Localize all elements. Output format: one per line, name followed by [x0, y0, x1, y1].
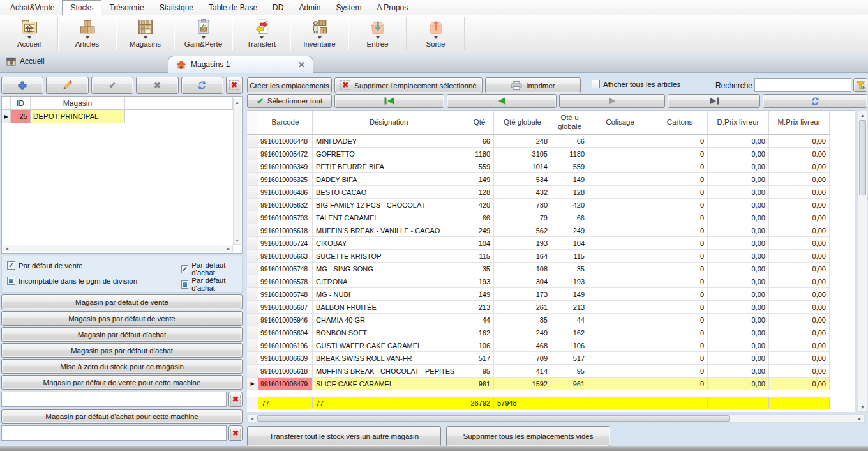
show-all-articles-checkbox[interactable]: Afficher tous les articles [592, 80, 680, 88]
table-row[interactable]: 9916010005663SUCETTE KRISTOP11516411500,… [247, 250, 855, 263]
scroll-down-icon[interactable]: ▼ [858, 402, 867, 411]
table-row[interactable]: 9916010005748MG - NUBI14917314900,000,00 [247, 288, 855, 301]
table-horizontal-scrollbar[interactable]: ◄ ► [247, 414, 865, 423]
toolbar-item-transfert[interactable]: Transfert [232, 15, 290, 52]
cancel-button[interactable]: ✖ [136, 77, 178, 94]
table-row[interactable]: 9916010005748MG - SING SONG351083500,000… [247, 263, 855, 275]
scroll-up-icon[interactable]: ▲ [858, 111, 867, 119]
checkbox-par-d-faut-d-achat-1[interactable]: ✓Par défaut d'achat [181, 261, 242, 277]
delete-emplacement-button[interactable]: ✖Supprimer l'emplacement sélectionné [334, 77, 483, 93]
menu-item-achat-vente[interactable]: Achat&Vente [3, 0, 62, 15]
nav-next-button[interactable] [559, 94, 665, 108]
table-row[interactable]: 9916010005694BONBON SOFT16224916200,000,… [247, 326, 855, 339]
button-magasin-par-d-faut-de-vente[interactable]: Magasin par défaut de vente [1, 294, 243, 309]
scroll-right-icon[interactable]: ► [225, 245, 232, 252]
grid-horizontal-scrollbar[interactable]: ◄ ► [3, 245, 233, 252]
menu-item-tr-sorerie[interactable]: Trésorerie [101, 0, 151, 15]
transfer-stock-button[interactable]: Transférer tout le stock vers un autre m… [247, 426, 441, 447]
grid-id-header[interactable]: ID [11, 97, 31, 110]
table-row[interactable]: 9916010005618MUFFIN'S BREAK - CHOCOLAT -… [247, 365, 855, 378]
table-row[interactable]: 9916010005946CHAMIA 40 GR44854400,000,00 [247, 314, 855, 326]
menu-item-table-de-base[interactable]: Table de Base [201, 0, 265, 15]
table-row[interactable]: 9916010006639BREAK SWISS ROLL VAN-FR5177… [247, 352, 855, 365]
vente-machine-input[interactable] [1, 392, 227, 407]
table-header-cartons[interactable]: Cartons [652, 111, 708, 135]
button-magasin-pas-par-d-faut-de-vente[interactable]: Magasin pas par défaut de vente [1, 311, 243, 326]
table-row[interactable]: 9916010005687BALBON FRUITÉE21326121300,0… [247, 301, 855, 314]
table-header-d-prix-livreur[interactable]: D.Prix livreur [708, 111, 769, 135]
tab-magasins[interactable]: Magasins 1 ✕ [168, 56, 313, 73]
create-emplacements-button[interactable]: Créer les emplacements [247, 77, 332, 93]
table-row[interactable]: 9916010005618MUFFIN'S BREAK - VANILLE - … [247, 224, 855, 237]
toolbar-item-inventaire[interactable]: Inventaire [290, 15, 348, 52]
menu-item-stocks[interactable]: Stocks [62, 0, 101, 15]
scroll-up-icon[interactable]: ▲ [234, 98, 241, 106]
button-magasin-pas-par-d-faut-d-achat[interactable]: Magasin pas par défaut d'achat [1, 343, 243, 358]
table-row[interactable]: 9916010005724CIKOBAY10419310400,000,00 [247, 237, 855, 250]
table-vertical-scrollbar[interactable]: ▲ ▼ [858, 110, 867, 412]
table-row[interactable]: 9916010006448MINI DADEY662486600,000,00 [247, 135, 855, 148]
checkbox-par-d-faut-d-achat-3[interactable]: Par défaut d'achat [181, 277, 242, 292]
table-row[interactable]: 9916010006486BESTO CACAO12843212800,000,… [247, 186, 855, 199]
table-header-barcode[interactable]: Barcode [258, 111, 313, 135]
tab-close-icon[interactable]: ✕ [298, 61, 305, 69]
menu-item-dd[interactable]: DD [265, 0, 291, 15]
add-magasin-button[interactable] [1, 77, 43, 94]
menu-item-statistque[interactable]: Statistque [152, 0, 201, 15]
delete-empty-emplacements-button[interactable]: Supprimer tous les emplacements vides [446, 426, 610, 447]
checkbox-par-d-faut-de-vente-0[interactable]: ✓Par défaut de vente [7, 261, 82, 270]
button-magasin-defaut-achat-machine[interactable]: Magasin par défaut d'achat pour cette ma… [1, 409, 243, 424]
grid-magasin-header[interactable]: Magasin [31, 97, 125, 110]
toolbar-item-sortie[interactable]: Sortie [407, 15, 465, 52]
magasin-row[interactable]: ▶ 25 DEPOT PRINCIPAL [2, 110, 125, 123]
delete-magasin-button[interactable]: ✖ [226, 77, 243, 94]
table-row[interactable]: 9916010006578CITRONA19330419300,000,00 [247, 275, 855, 288]
button-magasin-par-d-faut-de-vente-pour-cette-machine[interactable]: Magasin par défaut de vente pour cette m… [1, 375, 243, 390]
nav-first-button[interactable] [334, 94, 444, 108]
toolbar-item-accueil[interactable]: Accueil [0, 15, 58, 52]
table-row[interactable]: 9916010006325DADEY BIFA14953414900,000,0… [247, 173, 855, 186]
checkbox-incomptable-dans-le-pgm-de-division-2[interactable]: Incomptable dans le pgm de division [7, 277, 137, 285]
horizontal-scroll-thumb[interactable] [257, 415, 730, 422]
search-input[interactable] [754, 78, 851, 92]
menu-item-a-propos[interactable]: A Propos [369, 0, 415, 15]
vertical-scroll-thumb[interactable] [859, 120, 866, 195]
select-all-button[interactable]: ✔Sélectionner tout [247, 94, 332, 108]
toolbar-item-gain-perte[interactable]: Gain&Perte [174, 15, 232, 52]
toolbar-item-articles[interactable]: Articles [58, 15, 116, 52]
table-header-d-signation[interactable]: Désignation [313, 111, 465, 135]
table-row[interactable]: 9916010006196GUSTI WAFER CAKE CARAMEL106… [247, 339, 855, 352]
menu-item-system[interactable]: System [328, 0, 369, 15]
print-button[interactable]: Imprimer [485, 77, 581, 93]
toolbar-item-entr-e[interactable]: Entrée [348, 15, 407, 52]
table-header-m-prix-livreur[interactable]: M.Prix livreur [769, 111, 830, 135]
grid-vertical-scrollbar[interactable]: ▲ ▼ [233, 98, 241, 245]
scroll-down-icon[interactable]: ▼ [234, 236, 241, 244]
scroll-left-icon[interactable]: ◄ [248, 415, 257, 422]
button-mise-zero-du-stock-pour-ce-magasin[interactable]: Mise à zero du stock pour ce magasin [1, 359, 243, 374]
achat-machine-input[interactable] [1, 425, 227, 441]
toolbar-item-magasins[interactable]: Magasins [116, 15, 174, 52]
menu-item-admin[interactable]: Admin [291, 0, 328, 15]
table-row[interactable]: 9916010005632BIG FAMILY 12 PCS - CHOCOLA… [247, 199, 855, 211]
tab-accueil[interactable]: Accueil [6, 57, 45, 66]
clear-achat-machine-button[interactable]: ✖ [228, 425, 243, 441]
table-header-qt-globale[interactable]: Qté globale [494, 111, 551, 135]
scroll-left-icon[interactable]: ◄ [3, 245, 11, 252]
table-header-qt-u-globale[interactable]: Qté u globale [551, 111, 588, 135]
clear-vente-machine-button[interactable]: ✖ [228, 392, 243, 407]
table-row[interactable]: ▶9916010006479SLICE CAKE CARAMEL96115929… [247, 378, 855, 390]
button-magasin-par-d-faut-d-achat[interactable]: Magasin par défaut d'achat [1, 327, 243, 342]
table-header-colisage[interactable]: Colisage [588, 111, 652, 135]
table-row[interactable]: 9916010005472GOFRETTO11803105118000,000,… [247, 148, 855, 160]
nav-last-button[interactable] [668, 94, 760, 108]
validate-button[interactable]: ✔ [91, 77, 133, 94]
refresh-table-button[interactable] [763, 94, 867, 108]
filter-button[interactable] [853, 78, 867, 92]
table-row[interactable]: 9916010006349PETIT BEURRE BIFA5591014559… [247, 160, 855, 173]
edit-magasin-button[interactable] [46, 77, 88, 94]
table-header-qt[interactable]: Qté [465, 111, 494, 135]
nav-prev-button[interactable] [447, 94, 557, 108]
table-row[interactable]: 9916010005793TALENT CARAMEL66796600,000,… [247, 211, 855, 224]
refresh-magasins-button[interactable] [181, 77, 223, 94]
